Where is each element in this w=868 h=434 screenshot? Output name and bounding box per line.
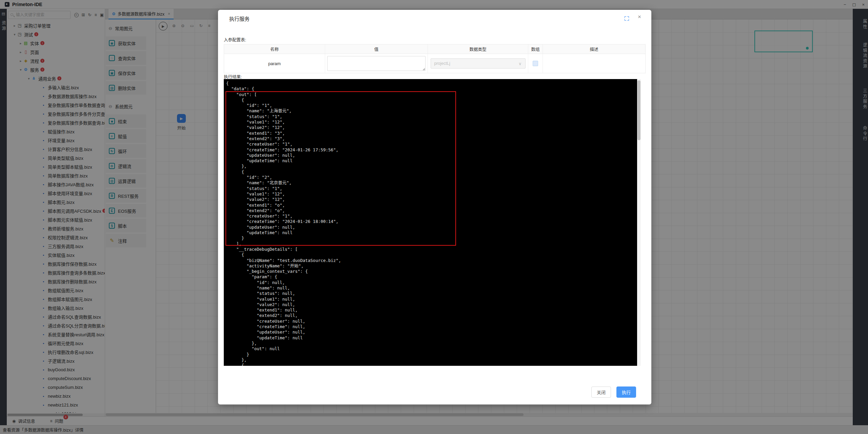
input-params-label: 入参配置表:	[224, 36, 246, 43]
param-name-cell: param	[224, 54, 325, 73]
param-value-textarea[interactable]	[327, 56, 426, 71]
array-checkbox[interactable]	[533, 61, 538, 66]
console-json-output: { "data": { "out": [ { "id": "1", "name"…	[224, 79, 641, 366]
col-name: 名称	[224, 44, 325, 54]
col-array: 数组	[528, 44, 543, 54]
datatype-value: projectLj	[434, 61, 450, 66]
execute-service-dialog: 执行服务 × 入参配置表: 名称 值 数据类型 数组 描述 param proj	[218, 10, 651, 404]
dialog-close-icon[interactable]: ×	[638, 14, 641, 20]
col-value: 值	[325, 44, 428, 54]
params-table-header: 名称 值 数据类型 数组 描述	[224, 44, 645, 54]
param-value-cell	[325, 54, 428, 73]
params-table-row: param projectLj ∨	[224, 54, 645, 73]
execution-result-console: { "data": { "out": [ { "id": "1", "name"…	[224, 79, 641, 366]
col-datatype: 数据类型	[428, 44, 528, 54]
console-vertical-scrollbar[interactable]	[637, 79, 641, 366]
close-button[interactable]: 关闭	[591, 386, 611, 398]
chevron-down-icon: ∨	[518, 61, 521, 66]
col-description: 描述	[543, 44, 645, 54]
fullscreen-icon[interactable]	[625, 16, 629, 21]
params-table: 名称 值 数据类型 数组 描述 param projectLj ∨	[224, 44, 646, 73]
app-window: Primeton-IDE − ◻ × ▤ 资源 属性 逻辑流资源 三方服务 命令…	[0, 0, 868, 434]
execute-button[interactable]: 执行	[616, 386, 636, 398]
param-desc-cell	[543, 54, 645, 73]
resize-grip-icon[interactable]	[422, 68, 425, 70]
param-type-cell: projectLj ∨	[428, 54, 528, 73]
dialog-footer: 关闭 执行	[591, 386, 636, 398]
dialog-title: 执行服务	[229, 15, 250, 22]
param-array-cell	[528, 54, 543, 73]
datatype-select[interactable]: projectLj ∨	[431, 58, 526, 69]
